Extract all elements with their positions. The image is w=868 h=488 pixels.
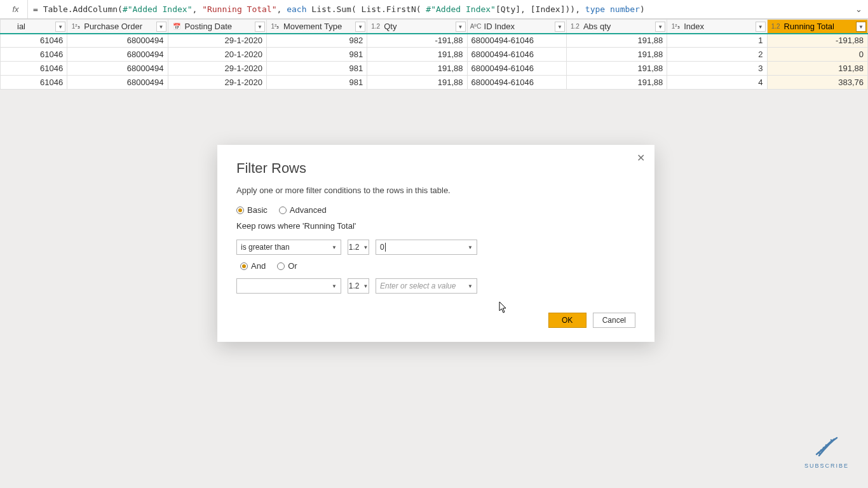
type-select-2[interactable]: 1.2▼ bbox=[348, 278, 369, 294]
cell[interactable]: 981 bbox=[266, 48, 367, 62]
cell[interactable]: 191,88 bbox=[566, 34, 667, 48]
cell[interactable]: 29-1-2020 bbox=[168, 62, 266, 76]
table-row[interactable]: 610466800049429-1-2020982-191,8868000494… bbox=[1, 34, 868, 48]
cell[interactable]: 191,88 bbox=[566, 48, 667, 62]
header-row: ial ▼ 1²₃Purchase Order ▼ 📅Posting Date … bbox=[1, 20, 868, 34]
cell[interactable]: 982 bbox=[266, 34, 367, 48]
fx-icon: fx bbox=[4, 0, 28, 18]
filter-dropdown-icon[interactable]: ▼ bbox=[355, 22, 365, 32]
table-row[interactable]: 610466800049429-1-2020981191,8868000494-… bbox=[1, 62, 868, 76]
cell[interactable]: 61046 bbox=[1, 48, 67, 62]
col-running-total[interactable]: 1.2Running Total ▼ bbox=[767, 20, 867, 34]
close-icon[interactable]: ✕ bbox=[632, 149, 649, 166]
filter-condition-2: ▼ 1.2▼ Enter or select a value ▼ bbox=[236, 278, 635, 294]
cell[interactable]: 191,88 bbox=[367, 48, 467, 62]
filter-dropdown-icon[interactable]: ▼ bbox=[555, 22, 565, 32]
and-radio[interactable]: And bbox=[240, 261, 266, 271]
cell[interactable]: 3 bbox=[667, 62, 767, 76]
cell[interactable]: 68000494-61046 bbox=[467, 76, 566, 90]
col-id-index[interactable]: AᴮCID Index ▼ bbox=[467, 20, 566, 34]
cell[interactable]: 68000494-61046 bbox=[467, 62, 566, 76]
cell[interactable]: 191,88 bbox=[367, 76, 467, 90]
dialog-title: Filter Rows bbox=[236, 160, 635, 177]
cell[interactable]: -191,88 bbox=[367, 34, 467, 48]
cell[interactable]: 4 bbox=[667, 76, 767, 90]
cell[interactable]: 1 bbox=[667, 34, 767, 48]
operator-select-2[interactable]: ▼ bbox=[236, 278, 341, 294]
subscribe-label: SUBSCRIBE bbox=[804, 463, 849, 469]
value-input-2[interactable]: Enter or select a value ▼ bbox=[376, 278, 477, 294]
cell[interactable]: 191,88 bbox=[767, 62, 867, 76]
cell[interactable]: 68000494 bbox=[67, 62, 168, 76]
type-select-1[interactable]: 1.2▼ bbox=[348, 240, 369, 255]
cell[interactable]: 383,76 bbox=[767, 76, 867, 90]
cell[interactable]: 68000494 bbox=[67, 76, 168, 90]
cell[interactable]: 61046 bbox=[1, 62, 67, 76]
cell[interactable]: 68000494-61046 bbox=[467, 48, 566, 62]
formula-expand-icon[interactable]: ⌄ bbox=[853, 4, 864, 14]
basic-radio[interactable]: Basic bbox=[236, 205, 268, 215]
advanced-radio[interactable]: Advanced bbox=[279, 205, 327, 215]
filter-rows-dialog: ✕ Filter Rows Apply one or more filter c… bbox=[217, 145, 654, 342]
cell[interactable]: 61046 bbox=[1, 34, 67, 48]
filter-dropdown-icon[interactable]: ▼ bbox=[156, 22, 166, 32]
col-movement-type[interactable]: 1²₃Movement Type ▼ bbox=[266, 20, 367, 34]
cell[interactable]: 2 bbox=[667, 48, 767, 62]
ok-button[interactable]: OK bbox=[548, 313, 587, 328]
value-input-1[interactable]: 0 ▼ bbox=[376, 240, 477, 255]
subscribe-badge: SUBSCRIBE bbox=[804, 437, 849, 469]
keep-rows-label: Keep rows where 'Running Total' bbox=[236, 221, 635, 231]
filter-dropdown-icon[interactable]: ▼ bbox=[55, 22, 65, 32]
or-radio[interactable]: Or bbox=[277, 261, 297, 271]
operator-select-1[interactable]: is greater than▼ bbox=[236, 240, 341, 255]
filter-condition-1: is greater than▼ 1.2▼ 0 ▼ bbox=[236, 240, 635, 255]
radio-icon bbox=[279, 207, 287, 214]
cancel-button[interactable]: Cancel bbox=[593, 313, 635, 328]
dialog-subtitle: Apply one or more filter conditions to t… bbox=[236, 186, 635, 195]
cell[interactable]: 68000494 bbox=[67, 48, 168, 62]
filter-dropdown-icon[interactable]: ▼ bbox=[856, 22, 866, 32]
dialog-buttons: OK Cancel bbox=[236, 313, 635, 328]
formula-bar: fx = Table.AddColumn(#"Added Index", "Ru… bbox=[0, 0, 868, 19]
mode-radio-row: Basic Advanced bbox=[236, 205, 635, 215]
cell[interactable]: 61046 bbox=[1, 76, 67, 90]
cell[interactable]: 29-1-2020 bbox=[168, 76, 266, 90]
cell[interactable]: -191,88 bbox=[767, 34, 867, 48]
radio-icon bbox=[236, 207, 244, 214]
cell[interactable]: 20-1-2020 bbox=[168, 48, 266, 62]
cell[interactable]: 981 bbox=[266, 62, 367, 76]
cell[interactable]: 191,88 bbox=[566, 76, 667, 90]
formula-text[interactable]: = Table.AddColumn(#"Added Index", "Runni… bbox=[33, 4, 848, 14]
cell[interactable]: 29-1-2020 bbox=[168, 34, 266, 48]
filter-dropdown-icon[interactable]: ▼ bbox=[255, 22, 265, 32]
data-grid: ial ▼ 1²₃Purchase Order ▼ 📅Posting Date … bbox=[0, 19, 868, 90]
table-row[interactable]: 610466800049420-1-2020981191,8868000494-… bbox=[1, 48, 868, 62]
filter-dropdown-icon[interactable]: ▼ bbox=[456, 22, 466, 32]
col-ial[interactable]: ial ▼ bbox=[1, 20, 67, 34]
col-qty[interactable]: 1.2Qty ▼ bbox=[367, 20, 467, 34]
cell[interactable]: 68000494 bbox=[67, 34, 168, 48]
col-index[interactable]: 1²₃Index ▼ bbox=[667, 20, 767, 34]
col-abs-qty[interactable]: 1.2Abs qty ▼ bbox=[566, 20, 667, 34]
filter-dropdown-icon[interactable]: ▼ bbox=[655, 22, 665, 32]
and-or-row: And Or bbox=[240, 261, 635, 271]
col-posting-date[interactable]: 📅Posting Date ▼ bbox=[168, 20, 266, 34]
filter-dropdown-icon[interactable]: ▼ bbox=[756, 22, 766, 32]
cell[interactable]: 0 bbox=[767, 48, 867, 62]
cell[interactable]: 191,88 bbox=[367, 62, 467, 76]
dna-icon bbox=[804, 437, 849, 461]
radio-icon bbox=[277, 262, 285, 270]
table-row[interactable]: 610466800049429-1-2020981191,8868000494-… bbox=[1, 76, 868, 90]
cell[interactable]: 68000494-61046 bbox=[467, 34, 566, 48]
radio-icon bbox=[240, 262, 248, 270]
col-purchase-order[interactable]: 1²₃Purchase Order ▼ bbox=[67, 20, 168, 34]
cell[interactable]: 191,88 bbox=[566, 62, 667, 76]
cell[interactable]: 981 bbox=[266, 76, 367, 90]
